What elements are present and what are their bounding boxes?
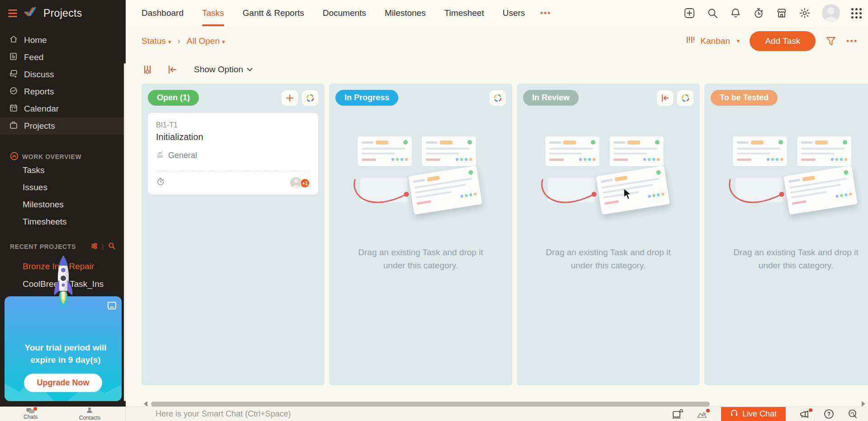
milestone-icon — [156, 150, 164, 161]
notification-badge — [809, 408, 812, 412]
contacts-icon — [86, 407, 93, 415]
drag-placeholder-text: Drag an existing Task and drop it under … — [349, 246, 493, 272]
add-task-button[interactable]: Add Task — [750, 31, 816, 51]
sidebar-item-label: Discuss — [24, 70, 54, 80]
rocket-illustration — [49, 255, 78, 310]
unread-badge — [33, 407, 37, 411]
work-overview-header[interactable]: WORK OVERVIEW — [0, 152, 126, 162]
scroll-right-arrow[interactable] — [862, 401, 865, 407]
tab-gantt-reports[interactable]: Gantt & Reports — [243, 0, 304, 26]
project-filter-icon[interactable] — [90, 242, 98, 251]
main-content: Dashboard Tasks Gantt & Reports Document… — [126, 0, 868, 407]
desktop-alert-icon[interactable] — [672, 409, 683, 419]
board-tools: Show Option — [126, 56, 868, 84]
drag-drop-illustration — [733, 133, 859, 214]
kanban-column-to-be-tested: To be Tested — [704, 84, 868, 385]
briefcase-icon — [9, 121, 18, 132]
settings-icon[interactable] — [799, 7, 811, 19]
calendar-icon — [9, 103, 18, 115]
sidebar-item-reports[interactable]: Reports — [0, 83, 126, 100]
all-open-dropdown[interactable]: All Open▾ — [187, 36, 225, 46]
sidebar-item-label: Calendar — [24, 104, 59, 114]
filter-icon[interactable] — [826, 36, 836, 46]
upgrade-now-button[interactable]: Upgrade Now — [24, 374, 102, 392]
section-title: WORK OVERVIEW — [22, 153, 81, 160]
sidebar-item-issues[interactable]: Issues — [0, 179, 126, 196]
notifications-icon[interactable] — [730, 7, 741, 19]
sidebar-item-tasks[interactable]: Tasks — [0, 162, 126, 179]
more-options-icon[interactable]: ••• — [846, 37, 858, 45]
add-new-icon[interactable] — [684, 7, 695, 19]
chat-dock: Chats Contacts Live Chat — [0, 407, 868, 421]
sidebar-item-label: Reports — [24, 87, 54, 97]
chats-dock-item[interactable]: Chats — [24, 408, 38, 420]
sidebar-scrollbar[interactable] — [124, 63, 126, 401]
sidebar-menu: Home Feed Discuss Reports Calendar — [0, 26, 126, 135]
scrollbar-track[interactable] — [151, 402, 858, 407]
headset-icon — [730, 409, 738, 419]
board-settings-icon[interactable] — [142, 64, 153, 75]
kanban-column-in-review: In Review — [517, 84, 700, 385]
project-search-icon[interactable] — [108, 242, 116, 251]
kanban-column-open: Open (1) BI1-T1 Initialization General — [142, 84, 325, 385]
divider: | — [102, 243, 104, 250]
help-icon[interactable]: ? — [824, 409, 834, 419]
notification-badge — [706, 409, 710, 412]
sidebar-item-home[interactable]: Home — [0, 32, 126, 49]
top-navigation: Dashboard Tasks Gantt & Reports Document… — [126, 0, 868, 26]
refresh-column-icon[interactable] — [677, 90, 693, 106]
milestone-name: General — [168, 151, 197, 160]
trial-message: Your trial period will expire in 9 day(s… — [14, 341, 118, 366]
sidebar-item-timesheets[interactable]: Timesheets — [0, 213, 126, 230]
board-horizontal-scrollbar — [126, 385, 868, 407]
sidebar-item-label: Home — [24, 35, 47, 45]
log-time-icon[interactable] — [156, 177, 165, 188]
sidebar-item-feed[interactable]: Feed — [0, 49, 126, 66]
tab-tasks[interactable]: Tasks — [202, 0, 224, 26]
tab-timesheet[interactable]: Timesheet — [444, 0, 484, 26]
tab-milestones[interactable]: Milestones — [385, 0, 426, 26]
timer-icon[interactable] — [753, 7, 764, 19]
task-card-initialization[interactable]: BI1-T1 Initialization General +1 — [148, 113, 318, 195]
column-status-pill: In Progress — [335, 90, 398, 106]
hamburger-menu-icon[interactable] — [8, 9, 17, 17]
contacts-dock-item[interactable]: Contacts — [79, 407, 100, 421]
show-option-dropdown[interactable]: Show Option — [194, 65, 252, 75]
sidebar-item-milestones[interactable]: Milestones — [0, 196, 126, 213]
minimize-banner-icon[interactable] — [108, 302, 116, 309]
sidebar-item-discuss[interactable]: Discuss — [0, 66, 126, 83]
marketplace-icon[interactable] — [776, 7, 788, 19]
announcements-icon[interactable] — [799, 409, 810, 419]
smart-chat-input[interactable] — [156, 409, 427, 419]
kanban-board: Open (1) BI1-T1 Initialization General — [126, 84, 868, 385]
svg-text:?: ? — [827, 411, 830, 417]
more-tabs-icon[interactable]: ••• — [540, 9, 551, 18]
scrollbar-thumb[interactable] — [151, 402, 710, 407]
tab-users[interactable]: Users — [503, 0, 525, 26]
status-dropdown[interactable]: Status▾ — [142, 36, 171, 46]
avatar[interactable] — [822, 4, 840, 22]
sidebar-item-projects[interactable]: Projects — [0, 117, 126, 135]
collapse-section-icon[interactable] — [10, 152, 19, 162]
chevron-down-icon — [247, 65, 253, 71]
assignee-group[interactable]: +1 — [290, 176, 310, 189]
drag-placeholder-text: Drag an existing Task and drop it under … — [536, 246, 681, 272]
refresh-column-icon[interactable] — [490, 90, 506, 106]
collapse-column-icon[interactable] — [657, 90, 673, 106]
sketch-icon[interactable] — [697, 410, 708, 419]
tab-dashboard[interactable]: Dashboard — [142, 0, 184, 26]
tab-documents[interactable]: Documents — [323, 0, 366, 26]
zoho-projects-logo-icon — [24, 6, 37, 20]
refresh-column-icon[interactable] — [302, 90, 318, 106]
zia-search-icon[interactable] — [848, 409, 858, 419]
view-picker-kanban[interactable]: Kanban ▾ — [686, 35, 740, 47]
sidebar-item-calendar[interactable]: Calendar — [0, 100, 126, 117]
sidebar-item-label: Projects — [24, 121, 55, 131]
scroll-left-arrow[interactable] — [144, 401, 147, 407]
collapse-all-icon[interactable] — [167, 65, 178, 75]
live-chat-button[interactable]: Live Chat — [721, 407, 786, 421]
search-icon[interactable] — [707, 7, 718, 19]
app-window: Projects Home Feed Discuss Reports — [0, 0, 868, 421]
add-task-in-column-button[interactable] — [282, 90, 298, 106]
apps-grid-icon[interactable] — [851, 8, 862, 19]
